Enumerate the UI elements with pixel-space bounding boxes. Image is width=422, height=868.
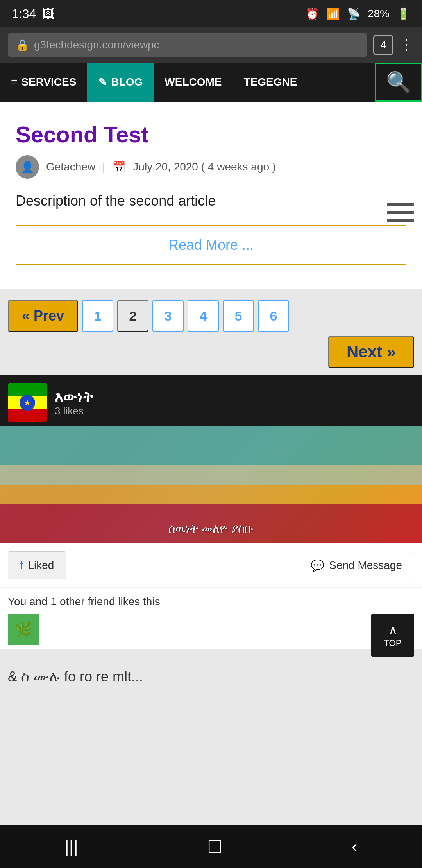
welcome-label: WELCOME <box>165 76 222 88</box>
article-title: Second Test <box>16 121 406 147</box>
signal-icon: 📡 <box>347 7 361 20</box>
top-button[interactable]: ∧ TOP <box>371 614 414 657</box>
search-icon: 🔍 <box>386 70 411 94</box>
services-menu-icon: ≡ <box>11 76 17 88</box>
liked-label: Liked <box>28 559 54 572</box>
avatar: 👤 <box>16 155 39 179</box>
android-menu-button[interactable]: ||| <box>64 837 78 856</box>
facebook-icon: f <box>20 559 23 572</box>
send-message-label: Send Message <box>329 559 402 572</box>
author-name: Getachew <box>46 161 95 173</box>
top-label: TOP <box>384 638 402 648</box>
nav-services[interactable]: ≡ SERVICES <box>0 63 87 102</box>
fb-page-name: እውነት <box>55 389 93 405</box>
wifi-icon: 📶 <box>326 7 340 20</box>
fb-likes-count: 3 likes <box>55 405 93 417</box>
alarm-icon: ⏰ <box>306 7 319 20</box>
lock-icon: 🔒 <box>16 39 29 52</box>
more-options-icon[interactable]: ⋮ <box>399 37 414 53</box>
page-2-button[interactable]: 2 <box>117 300 148 332</box>
fb-send-message-button[interactable]: 💬 Send Message <box>299 552 414 579</box>
battery-icon: 🔋 <box>397 7 410 20</box>
ham-line-2 <box>387 211 414 214</box>
article-card: Second Test 👤 Getachew | 📅 July 20, 2020… <box>12 113 410 273</box>
android-nav-bar: ||| ☐ ‹ <box>0 825 422 868</box>
time-display: 1:34 <box>12 7 36 21</box>
nav-blog[interactable]: ✎ BLOG <box>87 63 154 102</box>
fb-banner: ሰዉነት መለዮ ያስቡ <box>0 426 422 543</box>
status-bar: 1:34 🖼 ⏰ 📶 📡 28% 🔋 <box>0 0 422 27</box>
hamburger-menu[interactable] <box>387 203 414 222</box>
fb-friend-thumbnail: 🌿 <box>8 614 39 645</box>
pagination-row-2: Next » <box>8 336 414 368</box>
cutoff-section: & ስ ሙሉ fo ro re mlt... <box>0 657 422 685</box>
image-icon: 🖼 <box>42 7 54 21</box>
ethiopia-flag: ★ <box>8 383 47 422</box>
fb-friend-likes-text: You and 1 other friend likes this <box>8 595 414 608</box>
android-back-button[interactable]: ‹ <box>352 837 358 856</box>
blog-icon: ✎ <box>98 76 107 89</box>
nav-bar: ≡ SERVICES ✎ BLOG WELCOME TEGEGNE 🔍 <box>0 63 422 102</box>
pagination-row-1: « Prev 1 2 3 4 5 6 <box>8 300 414 332</box>
battery-display: 28% <box>368 7 390 20</box>
prev-page-button[interactable]: « Prev <box>8 300 78 332</box>
calendar-icon: 📅 <box>112 161 126 174</box>
page-3-button[interactable]: 3 <box>152 300 184 332</box>
address-bar: 🔒 g3techdesign.com/viewpc 4 ⋮ <box>0 27 422 63</box>
blog-label: BLOG <box>111 76 143 88</box>
nav-search-button[interactable]: 🔍 <box>375 63 422 102</box>
article-description: Description of the second article <box>16 190 406 212</box>
nav-welcome[interactable]: WELCOME <box>154 63 232 102</box>
tab-count[interactable]: 4 <box>373 35 393 55</box>
url-text: g3techdesign.com/viewpc <box>34 39 359 51</box>
facebook-widget: ★ እውነት 3 likes ሰዉነት መለዮ ያስቡ <box>0 375 422 543</box>
page-5-button[interactable]: 5 <box>223 300 254 332</box>
page-6-button[interactable]: 6 <box>258 300 289 332</box>
star-icon: ★ <box>20 395 35 411</box>
tegegne-label: TEGEGNE <box>244 76 297 88</box>
ham-line-3 <box>387 219 414 222</box>
fb-header: ★ እውነት 3 likes <box>0 375 422 426</box>
article-date: July 20, 2020 ( 4 weeks ago ) <box>133 161 276 173</box>
nav-tegegne[interactable]: TEGEGNE <box>233 63 308 102</box>
services-label: SERVICES <box>21 76 76 88</box>
article-meta: 👤 Getachew | 📅 July 20, 2020 ( 4 weeks a… <box>16 155 406 179</box>
page-1-button[interactable]: 1 <box>82 300 113 332</box>
fb-actions-bar: f Liked 💬 Send Message <box>0 543 422 587</box>
fb-page-logo: ★ <box>8 383 47 422</box>
read-more-button[interactable]: Read More ... <box>16 225 406 265</box>
ham-line-1 <box>387 203 414 206</box>
facebook-section: ★ እውነት 3 likes ሰዉነት መለዮ ያስቡ f Liked 💬 Se… <box>0 375 422 657</box>
amharic-text: ሰዉነት መለዮ ያስቡ <box>0 522 422 536</box>
cutoff-text: & ስ ሙሉ fo ro re mlt... <box>8 669 143 685</box>
android-home-button[interactable]: ☐ <box>207 837 222 857</box>
fb-liked-button[interactable]: f Liked <box>8 551 66 579</box>
next-page-button[interactable]: Next » <box>328 336 414 368</box>
fb-likes-info: You and 1 other friend likes this 🌿 ∧ TO… <box>0 587 422 649</box>
message-icon: 💬 <box>311 559 324 572</box>
pagination-area: « Prev 1 2 3 4 5 6 Next » <box>0 289 422 375</box>
top-arrow-icon: ∧ <box>388 622 397 637</box>
main-content: Second Test 👤 Getachew | 📅 July 20, 2020… <box>0 102 422 289</box>
page-4-button[interactable]: 4 <box>188 300 219 332</box>
url-box[interactable]: 🔒 g3techdesign.com/viewpc <box>8 33 367 57</box>
fb-page-info: እውነት 3 likes <box>55 389 93 417</box>
